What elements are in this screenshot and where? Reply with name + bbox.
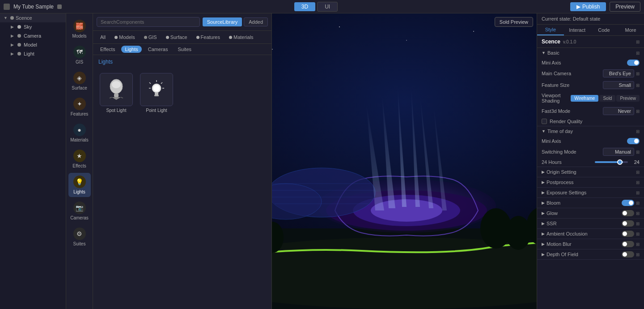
bloom-row: ▶ Bloom ⊞ bbox=[537, 198, 644, 208]
sidebar-item-lights[interactable]: 💡 Lights bbox=[68, 173, 91, 197]
sidebar-item-gis[interactable]: 🗺 GIS bbox=[68, 43, 91, 67]
viewport-shading-row: Viewport Shading Wireframe Sold Preview bbox=[537, 91, 644, 105]
basic-expand-icon: ⊞ bbox=[636, 51, 640, 56]
right-panel: Current state: Default state Style Inter… bbox=[537, 13, 644, 309]
switching-expand: ⊞ bbox=[636, 150, 640, 154]
render-quality-checkbox[interactable] bbox=[542, 119, 547, 124]
postprocess-header[interactable]: ▶ Postprocess ⊞ bbox=[537, 177, 644, 187]
camera-expand: ⊞ bbox=[636, 71, 640, 76]
menu-icon[interactable] bbox=[57, 4, 62, 9]
surface-icon: ◈ bbox=[73, 72, 86, 84]
filter-models[interactable]: Models bbox=[111, 34, 138, 41]
tab-style[interactable]: Style bbox=[537, 25, 564, 35]
dof-toggle[interactable] bbox=[622, 251, 634, 258]
filter-surface[interactable]: Surface bbox=[162, 34, 191, 41]
origin-setting-header[interactable]: ▶ Origin Setting ⊞ bbox=[537, 167, 644, 177]
scene-item-sky[interactable]: ▶ Sky bbox=[0, 22, 66, 31]
sub-tab-suites[interactable]: Suites bbox=[174, 46, 195, 53]
source-library-tab[interactable]: SourceLibrary bbox=[203, 17, 242, 26]
ao-expand: ⊞ bbox=[636, 232, 640, 236]
lights-grid: Spot Light Poi bbox=[93, 69, 271, 117]
effects-icon: ★ bbox=[73, 150, 86, 162]
ao-arrow: ▶ bbox=[542, 232, 545, 236]
scene-item-camera[interactable]: ▶ Camera bbox=[0, 31, 66, 40]
city-scene-svg bbox=[272, 13, 537, 309]
viewport[interactable]: Sold Preview bbox=[272, 13, 537, 309]
ambient-occlusion-row: ▶ Ambient Occlusion ⊞ bbox=[537, 229, 644, 239]
scene-name-header: Scence v.0.1.0 ⊞ bbox=[537, 36, 644, 48]
filter-features[interactable]: Features bbox=[193, 34, 224, 41]
publish-icon: ▶ bbox=[576, 4, 580, 10]
bloom-toggle[interactable] bbox=[622, 200, 634, 206]
tod-mini-axis-row: Mini Axis bbox=[537, 136, 644, 146]
preview-shading-btn[interactable]: Preview bbox=[616, 95, 640, 102]
point-light-icon bbox=[145, 78, 168, 101]
filter-gis[interactable]: GIS bbox=[140, 34, 161, 41]
main-camera-value[interactable]: Bird's Eye bbox=[603, 69, 634, 77]
ssr-toggle[interactable] bbox=[622, 220, 634, 227]
gis-filter-dot bbox=[144, 36, 147, 39]
materials-icon: ● bbox=[73, 124, 86, 136]
sub-tab-effects[interactable]: Effects bbox=[97, 46, 119, 53]
exposure-settings-header[interactable]: ▶ Exposure Settings ⊞ bbox=[537, 188, 644, 197]
scene-item-model[interactable]: ▶ Model bbox=[0, 40, 66, 49]
sidebar-item-materials[interactable]: ● Materials bbox=[68, 121, 91, 145]
added-tab[interactable]: Added bbox=[244, 17, 268, 26]
time-of-day-header[interactable]: ▼ Time of day ⊞ bbox=[537, 126, 644, 136]
switching-mode-value[interactable]: Manual bbox=[603, 148, 634, 156]
fast3d-value[interactable]: Never bbox=[603, 107, 634, 115]
solid-preview-badge[interactable]: Sold Preview bbox=[495, 17, 533, 27]
tod-mini-axis-toggle[interactable] bbox=[627, 138, 640, 144]
svg-rect-9 bbox=[154, 95, 159, 96]
basic-section-header[interactable]: ▼ Basic ⊞ bbox=[537, 48, 644, 58]
main-camera-row: Main Camera Bird's Eye ⊞ bbox=[537, 68, 644, 79]
bloom-expand: ⊞ bbox=[636, 201, 640, 206]
sidebar-item-effects[interactable]: ★ Effects bbox=[68, 147, 91, 171]
scene-version-label: v.0.1.0 bbox=[563, 39, 576, 44]
svg-rect-2 bbox=[114, 94, 119, 97]
filter-all[interactable]: All bbox=[97, 34, 109, 41]
tab-3d[interactable]: 3D bbox=[294, 2, 315, 11]
tab-interact[interactable]: Interact bbox=[564, 25, 591, 35]
mb-toggle[interactable] bbox=[622, 241, 634, 247]
hours-value: 24 bbox=[631, 159, 640, 165]
sidebar-item-suites[interactable]: ⚙ Suites bbox=[68, 225, 91, 249]
light-card-spot[interactable]: Spot Light bbox=[98, 73, 134, 113]
feature-size-value[interactable]: Small bbox=[603, 81, 634, 89]
main-layout: ▼ Scence ▶ Sky ▶ Camera ▶ Model ▶ Light … bbox=[0, 13, 644, 309]
wireframe-btn[interactable]: Wireframe bbox=[571, 95, 598, 102]
publish-button[interactable]: ▶ Publish bbox=[570, 2, 606, 11]
light-card-point[interactable]: Point Light bbox=[139, 73, 174, 113]
preview-button[interactable]: Preview bbox=[610, 2, 640, 12]
sub-tab-cameras[interactable]: Cameras bbox=[144, 46, 172, 53]
spot-light-preview bbox=[100, 73, 133, 106]
solid-btn[interactable]: Sold bbox=[599, 95, 615, 102]
sub-tab-lights[interactable]: Lights bbox=[121, 46, 141, 53]
section-motion-blur: ▶ Motion Blur ⊞ bbox=[537, 239, 644, 249]
svg-point-17 bbox=[272, 49, 273, 50]
current-state-label: Current state: Default state bbox=[537, 13, 644, 25]
filter-materials[interactable]: Materials bbox=[225, 34, 257, 41]
svg-marker-3 bbox=[112, 97, 121, 100]
suites-icon: ⚙ bbox=[73, 227, 86, 240]
postprocess-expand: ⊞ bbox=[636, 180, 640, 185]
cameras-icon: 📷 bbox=[73, 202, 86, 214]
sidebar-item-models[interactable]: 🧱 Models bbox=[68, 17, 91, 41]
search-input[interactable] bbox=[97, 17, 200, 27]
mini-axis-toggle[interactable] bbox=[627, 60, 640, 66]
glow-toggle[interactable] bbox=[622, 210, 634, 216]
tab-code[interactable]: Code bbox=[591, 25, 618, 35]
svg-point-20 bbox=[473, 31, 474, 32]
scene-item-light[interactable]: ▶ Light bbox=[0, 49, 66, 58]
section-time-of-day: ▼ Time of day ⊞ Mini Axis Switching Mode… bbox=[537, 126, 644, 167]
right-panel-tabs: Style Interact Code More bbox=[537, 25, 644, 36]
scene-dot bbox=[10, 16, 14, 20]
ao-toggle[interactable] bbox=[622, 231, 634, 237]
hours-slider[interactable] bbox=[595, 161, 628, 163]
tab-more[interactable]: More bbox=[617, 25, 644, 35]
sidebar-item-surface[interactable]: ◈ Surface bbox=[68, 69, 91, 93]
scene-root[interactable]: ▼ Scence bbox=[0, 13, 66, 22]
tab-ui[interactable]: UI bbox=[317, 2, 338, 12]
sidebar-item-cameras[interactable]: 📷 Cameras bbox=[68, 199, 91, 223]
sidebar-item-features[interactable]: ✦ Features bbox=[68, 95, 91, 119]
